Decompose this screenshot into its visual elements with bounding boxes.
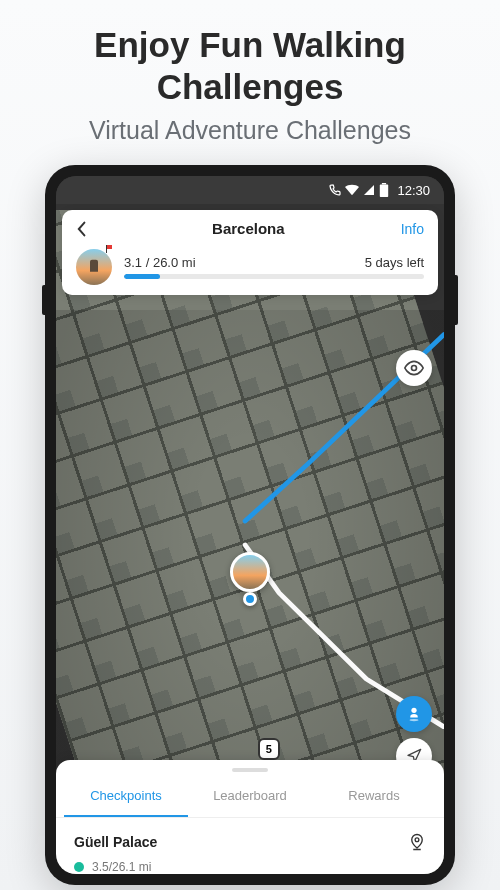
waypoint-badge[interactable]: 5 [258, 738, 280, 760]
progress-distance: 3.1 / 26.0 mi [124, 255, 196, 270]
eye-icon [404, 358, 424, 378]
phone-frame: 12:30 5 [45, 165, 455, 885]
flag-pin-icon [106, 245, 114, 253]
svg-point-3 [411, 708, 416, 713]
marker-dot [243, 592, 257, 606]
bottom-sheet[interactable]: Checkpoints Leaderboard Rewards Güell Pa… [56, 760, 444, 874]
svg-rect-1 [382, 183, 386, 184]
sheet-handle[interactable] [232, 768, 268, 772]
checkpoint-distance: 3.5/26.1 mi [92, 860, 151, 874]
challenge-avatar [76, 249, 112, 285]
status-dot [74, 862, 84, 872]
checkpoint-item[interactable]: Güell Palace 3.5/26.1 mi [56, 818, 444, 874]
tab-checkpoints[interactable]: Checkpoints [64, 776, 188, 817]
person-pin-icon [405, 705, 423, 723]
map-marker[interactable] [230, 552, 270, 592]
status-time: 12:30 [397, 183, 430, 198]
svg-point-2 [412, 366, 417, 371]
promo-title: Enjoy Fun Walking Challenges [0, 0, 500, 116]
phone-icon [329, 184, 341, 196]
tabs: Checkpoints Leaderboard Rewards [56, 776, 444, 818]
tab-rewards[interactable]: Rewards [312, 776, 436, 817]
app-content: 5 Barcelona Info [56, 210, 444, 874]
phone-button-right [455, 275, 458, 325]
status-bar: 12:30 [56, 176, 444, 204]
page-title: Barcelona [212, 220, 285, 237]
progress-fill [124, 274, 160, 279]
wifi-icon [345, 184, 359, 196]
svg-point-4 [410, 719, 419, 721]
battery-icon [379, 183, 389, 197]
progress-row: 3.1 / 26.0 mi 5 days left [76, 249, 424, 285]
info-link[interactable]: Info [401, 221, 424, 237]
chevron-left-icon [76, 221, 88, 237]
header-card: Barcelona Info 3.1 / 26.0 mi 5 days left [62, 210, 438, 295]
progress-bar [124, 274, 424, 279]
back-button[interactable] [76, 221, 96, 237]
visibility-button[interactable] [396, 350, 432, 386]
checkpoint-name: Güell Palace [74, 834, 157, 850]
promo-subtitle: Virtual Adventure Challenges [0, 116, 500, 145]
phone-button-left [42, 285, 45, 315]
days-left: 5 days left [365, 255, 424, 270]
pin-icon [408, 832, 426, 852]
svg-rect-0 [380, 184, 388, 197]
streetview-button[interactable] [396, 696, 432, 732]
tab-leaderboard[interactable]: Leaderboard [188, 776, 312, 817]
status-icons: 12:30 [329, 183, 430, 198]
signal-icon [363, 184, 375, 196]
svg-point-6 [415, 838, 419, 842]
phone-screen: 12:30 5 [56, 176, 444, 874]
marker-avatar [230, 552, 270, 592]
